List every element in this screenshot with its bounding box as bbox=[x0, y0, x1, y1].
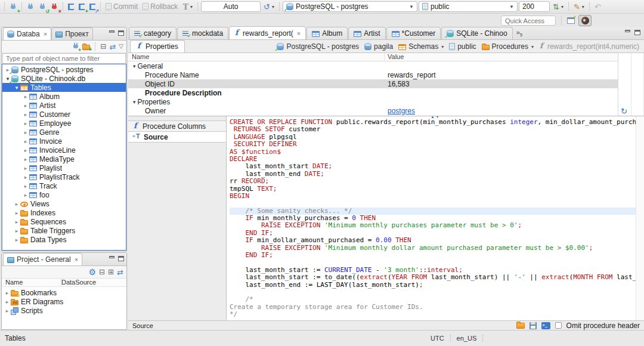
expand-arrow-icon[interactable]: ▸ bbox=[22, 103, 29, 109]
property-row-general[interactable]: ▾General bbox=[128, 61, 618, 70]
expand-arrow-icon[interactable]: ▸ bbox=[4, 290, 11, 296]
dbeaver-perspective-button[interactable] bbox=[578, 15, 592, 26]
expand-arrow-icon[interactable]: ▸ bbox=[22, 121, 29, 126]
sash-handle[interactable]: ▲▼ bbox=[431, 116, 440, 119]
expand-arrow-icon[interactable]: ▸ bbox=[22, 174, 29, 180]
tree-item-postgresql-postgres[interactable]: ▸PostgreSQL - postgres bbox=[2, 65, 126, 74]
new-sql-editor-button[interactable]: + bbox=[77, 1, 86, 13]
property-row-procedure-description[interactable]: Procedure Description bbox=[128, 88, 618, 97]
tree-item-indexes[interactable]: ▸Indexes bbox=[2, 208, 126, 217]
commit-button[interactable]: Commit bbox=[104, 1, 140, 13]
undo-button[interactable]: ↶ bbox=[593, 1, 603, 13]
tab-source-bottom[interactable]: Source bbox=[132, 322, 153, 329]
locale-indicator[interactable]: en_US bbox=[451, 335, 484, 342]
tree-item-playlist[interactable]: ▸Playlist bbox=[2, 163, 126, 172]
source-code[interactable]: CREATE OR REPLACE FUNCTION public.reward… bbox=[230, 119, 636, 320]
expand-arrow-icon[interactable]: ▸ bbox=[13, 219, 20, 225]
chevron-down-icon[interactable]: ▾ bbox=[441, 44, 444, 50]
link-with-editor-button[interactable]: ⇄ bbox=[109, 43, 116, 51]
tree-item-table-triggers[interactable]: ▸Table Triggers bbox=[2, 226, 126, 235]
source-editor[interactable]: ▲▼ CREATE OR REPLACE FUNCTION public.rew… bbox=[227, 116, 644, 320]
tree-item-customer[interactable]: ▸Customer bbox=[2, 110, 126, 119]
tree-item-views[interactable]: ▸Views bbox=[2, 199, 126, 208]
column-header-value[interactable]: Value bbox=[385, 53, 618, 61]
schema-select[interactable]: public▼ bbox=[419, 1, 518, 12]
expand-arrow-icon[interactable]: ▸ bbox=[22, 112, 29, 118]
close-icon[interactable]: × bbox=[75, 256, 78, 263]
maximize-button[interactable] bbox=[118, 256, 124, 261]
project-item-bookmarks[interactable]: ▸Bookmarks bbox=[2, 288, 126, 297]
close-icon[interactable]: × bbox=[297, 30, 301, 37]
tab-project-general[interactable]: Project - General × bbox=[3, 253, 82, 265]
project-item-er-diagrams[interactable]: ▸ER Diagrams bbox=[2, 297, 126, 306]
new-connection-button[interactable]: + bbox=[8, 1, 18, 13]
close-icon[interactable]: × bbox=[44, 30, 47, 38]
save-icon[interactable] bbox=[530, 322, 537, 329]
tree-item-track[interactable]: ▸Track bbox=[2, 181, 126, 190]
expand-arrow-icon[interactable]: ▸ bbox=[22, 165, 29, 171]
console-icon[interactable] bbox=[541, 322, 550, 329]
chevron-down-icon[interactable]: ▾ bbox=[531, 44, 534, 50]
tree-item-invoiceline[interactable]: ▸InvoiceLine bbox=[2, 146, 126, 155]
editor-tab-rewards-report[interactable]: rewards_report(× bbox=[229, 26, 306, 39]
fetch-size-input[interactable] bbox=[519, 1, 550, 12]
breadcrumb-item-public[interactable]: public bbox=[449, 42, 476, 51]
view-menu-button[interactable]: ▽ bbox=[119, 44, 123, 50]
connection-select[interactable]: PostgreSQL - postgres▼ bbox=[283, 1, 417, 12]
editor-tab-album[interactable]: Album bbox=[306, 27, 348, 39]
editor-tab-category[interactable]: category bbox=[129, 27, 177, 39]
expand-arrow-icon[interactable]: ▸ bbox=[4, 308, 11, 314]
minimize-button[interactable] bbox=[109, 30, 114, 33]
tree-item-sqlite-chinook-db[interactable]: ▾SQLite - Chinook.db bbox=[2, 74, 126, 83]
expand-arrow-icon[interactable]: ▸ bbox=[4, 299, 11, 305]
breadcrumb-item-schemas[interactable]: Schemas▾ bbox=[398, 42, 444, 51]
tab-projects[interactable]: Проект bbox=[51, 27, 93, 40]
tree-item-genre[interactable]: ▸Genre bbox=[2, 128, 126, 137]
tree-item-tables[interactable]: ▾Tables bbox=[2, 83, 126, 92]
breadcrumb-item-rewards-report-int4-numeric[interactable]: rewards_report(int4,numeric) bbox=[539, 42, 639, 51]
history-button[interactable]: ↺▾ bbox=[262, 1, 276, 13]
editor-tab-mockdata[interactable]: mockdata bbox=[177, 27, 228, 39]
minimize-button[interactable] bbox=[625, 30, 630, 32]
tab-database-navigator[interactable]: Databa × bbox=[3, 27, 51, 40]
transaction-mode-select[interactable]: Auto bbox=[201, 1, 261, 12]
breadcrumb-item-procedures[interactable]: Procedures▾ bbox=[482, 42, 534, 51]
editor-tab-customer[interactable]: *Customer bbox=[386, 27, 441, 39]
rollback-button[interactable]: Rollback bbox=[141, 1, 179, 13]
new-folder-button[interactable] bbox=[82, 45, 90, 50]
collapse-all-button[interactable]: ⊟ bbox=[100, 43, 106, 50]
project-item-scripts[interactable]: ▸Scripts bbox=[2, 306, 126, 315]
editor-tab-artist[interactable]: Artist bbox=[348, 27, 385, 39]
tab-overflow-indicator[interactable]: »5 bbox=[516, 29, 523, 38]
disconnect-button[interactable]: × bbox=[49, 1, 60, 13]
tab-procedure-columns[interactable]: Procedure Columns bbox=[128, 121, 226, 132]
quick-access-input[interactable] bbox=[501, 16, 556, 26]
expand-arrow-icon[interactable]: ▸ bbox=[22, 183, 29, 189]
expand-arrow-icon[interactable]: ▸ bbox=[22, 156, 29, 162]
tab-source[interactable]: Source bbox=[128, 131, 226, 143]
omit-procedure-header-checkbox[interactable] bbox=[555, 322, 562, 329]
maximize-button[interactable] bbox=[634, 30, 640, 35]
minimize-button[interactable] bbox=[109, 256, 114, 258]
collapse-all-button[interactable]: ⊟ bbox=[99, 268, 105, 276]
expand-arrow-icon[interactable]: ▸ bbox=[13, 210, 20, 216]
expand-arrow-icon[interactable]: ▸ bbox=[13, 201, 20, 207]
column-header-name[interactable]: Name bbox=[2, 279, 61, 286]
open-perspective-button[interactable] bbox=[564, 15, 577, 26]
expand-arrow-icon[interactable]: ▸ bbox=[22, 94, 29, 100]
column-header-name[interactable]: Name bbox=[128, 53, 385, 61]
tree-item-foo[interactable]: ▸foo bbox=[2, 190, 126, 199]
editor-tab-sqlite-chinoo[interactable]: SQLite - Chinoo bbox=[441, 27, 512, 39]
expand-all-button[interactable]: ⊞ bbox=[108, 268, 114, 276]
property-value[interactable]: postgres bbox=[388, 107, 415, 115]
sql-editor-button[interactable] bbox=[66, 1, 76, 13]
new-connection-button[interactable]: + bbox=[72, 42, 79, 51]
collapse-arrow-icon[interactable]: ▾ bbox=[133, 99, 136, 105]
tree-item-mediatype[interactable]: ▸MediaType bbox=[2, 155, 126, 163]
collapse-arrow-icon[interactable]: ▾ bbox=[13, 85, 20, 91]
open-sql-script-button[interactable]: ↗ bbox=[88, 1, 97, 13]
open-folder-icon[interactable] bbox=[516, 323, 525, 329]
tab-properties[interactable]: Properties bbox=[130, 40, 185, 52]
tree-item-employee[interactable]: ▸Employee bbox=[2, 119, 126, 128]
sync-button[interactable]: ⇅▾ bbox=[551, 1, 565, 13]
